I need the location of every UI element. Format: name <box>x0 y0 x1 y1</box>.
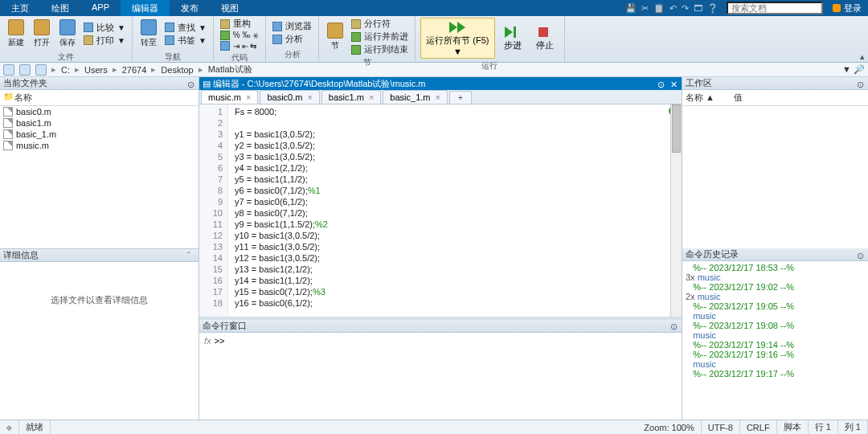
path-seg-desktop[interactable]: Desktop <box>161 65 193 75</box>
file-item[interactable]: music.m <box>0 140 199 151</box>
editor-tab-basic0-label: basic0.m <box>267 92 302 102</box>
history-entry[interactable]: %-- 2023/12/17 19:14 --% <box>684 340 866 350</box>
ts-group-section: 节 分行符 运行并前进 运行到结束 节 <box>319 16 416 62</box>
refactor-label: 重构 <box>233 18 251 30</box>
stop-button[interactable]: 停止 <box>530 23 559 53</box>
step-button[interactable]: 步进 <box>498 23 527 53</box>
back-icon[interactable] <box>3 64 14 76</box>
history-entry[interactable]: music <box>684 311 866 321</box>
history-entry[interactable]: music <box>684 330 866 340</box>
editor-menu-icon[interactable]: ⊙ <box>657 80 665 88</box>
redo-icon[interactable]: ↷ <box>682 3 689 14</box>
save-icon[interactable]: 💾 <box>625 3 637 14</box>
toolstrip-minimize[interactable]: ▴ <box>857 16 868 62</box>
dropdown-icon[interactable]: ▼ <box>453 47 462 56</box>
compare-button[interactable]: 比较 ▼ <box>82 22 127 34</box>
command-input[interactable]: fx>> <box>199 333 682 349</box>
status-zoom[interactable]: Zoom: 100% <box>637 420 701 434</box>
open-button[interactable]: 打开 <box>31 18 53 50</box>
cut-icon[interactable]: ✂ <box>641 3 649 14</box>
menu-tab-app[interactable]: APP <box>80 0 121 16</box>
code-area[interactable]: 123456789101112131415161718 Fs = 8000; y… <box>199 104 682 317</box>
goto-button[interactable]: 转至 <box>137 18 160 50</box>
save-button[interactable]: 保存 <box>56 18 79 50</box>
file-icon <box>3 118 13 128</box>
editor-tab-music[interactable]: music.m× <box>201 90 258 104</box>
file-item[interactable]: basic1.m <box>0 117 199 129</box>
history-entry[interactable]: 3x music <box>684 272 866 282</box>
new-label: 新建 <box>8 37 24 48</box>
close-icon[interactable]: × <box>307 92 312 102</box>
editor-close-icon[interactable]: ✕ <box>670 80 678 88</box>
col-name[interactable]: 名称 <box>14 92 32 104</box>
close-icon[interactable]: × <box>435 92 440 102</box>
refactor-button[interactable]: 重构 <box>219 18 260 30</box>
path-seg-matlab[interactable]: Matlab试验 <box>208 63 252 76</box>
path-seg-c[interactable]: C: <box>61 65 70 75</box>
history-entry[interactable]: %-- 2023/12/17 19:08 --% <box>684 321 866 330</box>
editor-tab-basic1-label: basic1.m <box>329 92 364 102</box>
runtoend-icon <box>351 45 361 55</box>
copy-icon[interactable]: 📋 <box>653 3 665 14</box>
editor-tab-add[interactable]: + <box>449 91 472 104</box>
bookmark-button[interactable]: 书签 ▼ <box>163 35 208 47</box>
comment-icon <box>220 31 230 40</box>
history-entry[interactable]: music <box>684 359 866 369</box>
help-icon[interactable]: ❔ <box>707 3 719 14</box>
editor-tab-basic0[interactable]: basic0.m× <box>260 90 319 104</box>
panel-menu-icon[interactable]: ⊙ <box>857 80 865 88</box>
runadvance-label: 运行并前进 <box>364 31 408 43</box>
editor-tab-basic1[interactable]: basic1.m× <box>321 90 381 104</box>
code-lines[interactable]: Fs = 8000; y1 = basic1(3,0.5/2);y2 = bas… <box>228 104 334 317</box>
history-entry[interactable]: %-- 2023/12/17 19:17 --% <box>684 369 866 379</box>
runtoend-button[interactable]: 运行到结束 <box>350 43 410 55</box>
details-collapse-icon[interactable]: ˆ <box>187 251 195 259</box>
menu-tab-plot[interactable]: 绘图 <box>40 0 80 16</box>
history-entry[interactable]: %-- 2023/12/17 19:05 --% <box>684 301 866 311</box>
browser-button[interactable]: 浏览器 <box>271 20 313 32</box>
menu-tab-view[interactable]: 视图 <box>210 0 250 16</box>
login-label: 登录 <box>844 2 862 14</box>
menu-tab-home[interactable]: 主页 <box>0 0 40 16</box>
search-input[interactable] <box>727 2 823 14</box>
history-entry[interactable]: 2x music <box>684 292 866 301</box>
ws-col-value[interactable]: 值 <box>734 92 743 104</box>
panel-menu-icon[interactable]: ⊙ <box>857 251 865 259</box>
history-entry[interactable]: %-- 2023/12/17 18:53 --% <box>684 263 866 272</box>
runadvance-icon <box>351 32 361 42</box>
history-entry[interactable]: %-- 2023/12/17 19:02 --% <box>684 282 866 292</box>
close-icon[interactable]: × <box>246 92 251 102</box>
analyze-button[interactable]: 分析 <box>271 33 313 45</box>
history-entry[interactable]: %-- 2023/12/17 19:16 --% <box>684 350 866 359</box>
path-seg-users[interactable]: Users <box>84 65 108 75</box>
editor-scrollbar[interactable] <box>670 104 682 317</box>
forward-icon[interactable] <box>19 64 31 76</box>
section-button[interactable]: 节 <box>324 21 346 53</box>
new-button[interactable]: 新建 <box>5 18 27 50</box>
login-button[interactable]: 登录 <box>826 0 868 16</box>
path-seg-27674[interactable]: 27674 <box>122 65 147 75</box>
ws-col-name[interactable]: 名称 ▲ <box>686 92 734 104</box>
folder-icon[interactable] <box>35 64 47 76</box>
runadvance-button[interactable]: 运行并前进 <box>350 31 410 43</box>
print-button[interactable]: 打印 ▼ <box>82 35 127 47</box>
close-icon[interactable]: × <box>369 92 374 102</box>
menu-tab-publish[interactable]: 发布 <box>170 0 210 16</box>
status-mode: 脚本 <box>777 420 809 434</box>
file-item[interactable]: basic0.m <box>0 106 199 117</box>
panel-menu-icon[interactable]: ⊙ <box>187 80 195 88</box>
find-button[interactable]: 查找 ▼ <box>163 22 208 34</box>
editor-tab-basic_1[interactable]: basic_1.m× <box>383 90 448 104</box>
menu-tab-editor[interactable]: 编辑器 <box>121 0 170 16</box>
details-message: 选择文件以查看详细信息 <box>0 262 199 338</box>
comment-button[interactable]: % ‰ ⚹ <box>219 31 260 40</box>
sectionbreak-button[interactable]: 分行符 <box>350 18 410 30</box>
addr-dropdown-icon[interactable]: ▼ 🔎 <box>842 64 865 75</box>
run-all-button[interactable]: 运行所有节 (F5) ▼ <box>420 18 494 59</box>
undo-icon[interactable]: ↶ <box>669 3 677 14</box>
indent-button[interactable]: ⇥ ⇤ ⇆ <box>219 41 260 51</box>
panel-menu-icon[interactable]: ⊙ <box>670 321 678 330</box>
scrollbar-thumb[interactable] <box>672 104 681 153</box>
layout-icon[interactable]: 🗖 <box>694 3 702 13</box>
file-item[interactable]: basic_1.m <box>0 129 199 140</box>
